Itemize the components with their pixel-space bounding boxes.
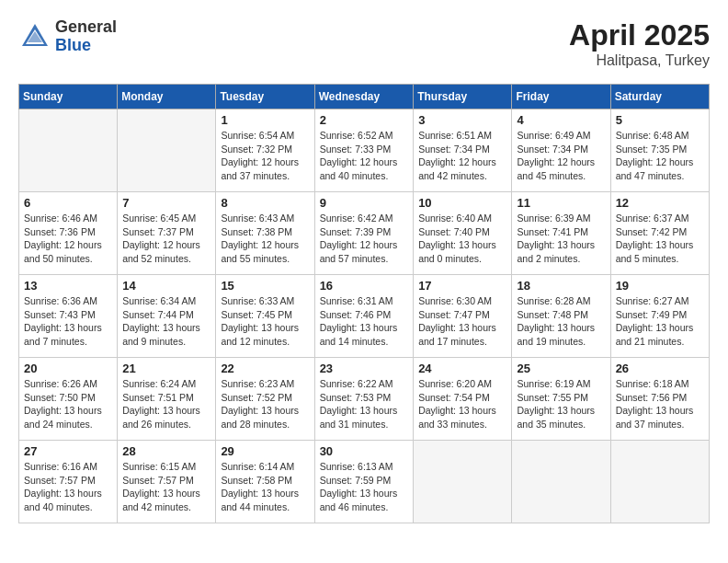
day-number: 7 — [122, 196, 210, 210]
weekday-sunday: Sunday — [19, 85, 118, 109]
logo-icon — [18, 20, 51, 53]
logo-blue-text: Blue — [55, 37, 117, 55]
day-info: Sunrise: 6:30 AM Sunset: 7:47 PM Dayligh… — [418, 294, 506, 349]
day-number: 26 — [616, 362, 704, 375]
day-number: 9 — [320, 196, 409, 210]
logo-general-text: General — [55, 18, 117, 37]
day-number: 23 — [320, 362, 409, 375]
day-cell: 2Sunrise: 6:52 AM Sunset: 7:33 PM Daylig… — [314, 109, 414, 192]
day-cell: 26Sunrise: 6:18 AM Sunset: 7:56 PM Dayli… — [610, 358, 709, 441]
day-number: 12 — [616, 196, 704, 210]
day-cell: 3Sunrise: 6:51 AM Sunset: 7:34 PM Daylig… — [414, 109, 512, 192]
day-number: 6 — [24, 196, 112, 210]
day-info: Sunrise: 6:36 AM Sunset: 7:43 PM Dayligh… — [24, 294, 112, 349]
day-number: 8 — [221, 196, 309, 210]
day-number: 4 — [517, 113, 605, 127]
day-number: 13 — [24, 279, 112, 293]
day-info: Sunrise: 6:37 AM Sunset: 7:42 PM Dayligh… — [616, 212, 704, 266]
month-year: April 2025 — [569, 18, 710, 52]
day-cell — [610, 441, 709, 523]
day-number: 30 — [320, 444, 409, 458]
day-number: 20 — [24, 362, 112, 375]
week-row-5: 27Sunrise: 6:16 AM Sunset: 7:57 PM Dayli… — [19, 441, 710, 523]
day-number: 5 — [616, 113, 704, 127]
day-cell: 5Sunrise: 6:48 AM Sunset: 7:35 PM Daylig… — [610, 109, 709, 192]
day-info: Sunrise: 6:45 AM Sunset: 7:37 PM Dayligh… — [122, 212, 210, 266]
day-cell: 17Sunrise: 6:30 AM Sunset: 7:47 PM Dayli… — [414, 275, 512, 358]
location: Halitpasa, Turkey — [569, 52, 710, 69]
day-cell: 29Sunrise: 6:14 AM Sunset: 7:58 PM Dayli… — [216, 441, 314, 523]
day-number: 29 — [221, 444, 309, 458]
day-info: Sunrise: 6:31 AM Sunset: 7:46 PM Dayligh… — [320, 294, 409, 349]
day-number: 24 — [418, 362, 506, 375]
day-cell: 18Sunrise: 6:28 AM Sunset: 7:48 PM Dayli… — [512, 275, 610, 358]
day-cell: 11Sunrise: 6:39 AM Sunset: 7:41 PM Dayli… — [512, 192, 610, 275]
day-cell: 15Sunrise: 6:33 AM Sunset: 7:45 PM Dayli… — [216, 275, 314, 358]
day-info: Sunrise: 6:27 AM Sunset: 7:49 PM Dayligh… — [616, 294, 704, 349]
day-cell: 9Sunrise: 6:42 AM Sunset: 7:39 PM Daylig… — [314, 192, 414, 275]
day-info: Sunrise: 6:22 AM Sunset: 7:53 PM Dayligh… — [320, 377, 409, 431]
day-info: Sunrise: 6:13 AM Sunset: 7:59 PM Dayligh… — [320, 460, 409, 514]
day-cell: 12Sunrise: 6:37 AM Sunset: 7:42 PM Dayli… — [610, 192, 709, 275]
day-number: 3 — [418, 113, 506, 127]
day-cell: 13Sunrise: 6:36 AM Sunset: 7:43 PM Dayli… — [19, 275, 118, 358]
day-cell: 22Sunrise: 6:23 AM Sunset: 7:52 PM Dayli… — [216, 358, 314, 441]
day-number: 22 — [221, 362, 309, 375]
day-info: Sunrise: 6:26 AM Sunset: 7:50 PM Dayligh… — [24, 377, 112, 431]
day-info: Sunrise: 6:16 AM Sunset: 7:57 PM Dayligh… — [24, 460, 112, 514]
week-row-4: 20Sunrise: 6:26 AM Sunset: 7:50 PM Dayli… — [19, 358, 710, 441]
day-cell: 20Sunrise: 6:26 AM Sunset: 7:50 PM Dayli… — [19, 358, 118, 441]
day-info: Sunrise: 6:23 AM Sunset: 7:52 PM Dayligh… — [221, 377, 309, 431]
day-info: Sunrise: 6:34 AM Sunset: 7:44 PM Dayligh… — [122, 294, 210, 349]
day-info: Sunrise: 6:18 AM Sunset: 7:56 PM Dayligh… — [616, 377, 704, 431]
day-info: Sunrise: 6:20 AM Sunset: 7:54 PM Dayligh… — [418, 377, 506, 431]
day-info: Sunrise: 6:39 AM Sunset: 7:41 PM Dayligh… — [517, 212, 605, 266]
weekday-friday: Friday — [512, 85, 610, 109]
day-number: 18 — [517, 279, 605, 293]
day-number: 19 — [616, 279, 704, 293]
weekday-wednesday: Wednesday — [314, 85, 414, 109]
day-cell: 1Sunrise: 6:54 AM Sunset: 7:32 PM Daylig… — [216, 109, 314, 192]
weekday-monday: Monday — [118, 85, 216, 109]
day-cell: 21Sunrise: 6:24 AM Sunset: 7:51 PM Dayli… — [118, 358, 216, 441]
day-cell: 10Sunrise: 6:40 AM Sunset: 7:40 PM Dayli… — [414, 192, 512, 275]
day-cell — [512, 441, 610, 523]
week-row-1: 1Sunrise: 6:54 AM Sunset: 7:32 PM Daylig… — [19, 109, 710, 192]
day-cell — [118, 109, 216, 192]
day-number: 25 — [517, 362, 605, 375]
day-cell: 7Sunrise: 6:45 AM Sunset: 7:37 PM Daylig… — [118, 192, 216, 275]
day-cell: 19Sunrise: 6:27 AM Sunset: 7:49 PM Dayli… — [610, 275, 709, 358]
week-row-3: 13Sunrise: 6:36 AM Sunset: 7:43 PM Dayli… — [19, 275, 710, 358]
day-cell: 8Sunrise: 6:43 AM Sunset: 7:38 PM Daylig… — [216, 192, 314, 275]
day-number: 17 — [418, 279, 506, 293]
day-cell: 6Sunrise: 6:46 AM Sunset: 7:36 PM Daylig… — [19, 192, 118, 275]
day-info: Sunrise: 6:48 AM Sunset: 7:35 PM Dayligh… — [616, 129, 704, 183]
logo: General Blue — [18, 18, 117, 55]
page-header: General Blue April 2025 Halitpasa, Turke… — [18, 18, 710, 69]
day-number: 11 — [517, 196, 605, 210]
day-cell: 16Sunrise: 6:31 AM Sunset: 7:46 PM Dayli… — [314, 275, 414, 358]
day-info: Sunrise: 6:52 AM Sunset: 7:33 PM Dayligh… — [320, 129, 409, 183]
day-number: 14 — [122, 279, 210, 293]
day-info: Sunrise: 6:33 AM Sunset: 7:45 PM Dayligh… — [221, 294, 309, 349]
day-info: Sunrise: 6:28 AM Sunset: 7:48 PM Dayligh… — [517, 294, 605, 349]
day-cell — [414, 441, 512, 523]
day-info: Sunrise: 6:42 AM Sunset: 7:39 PM Dayligh… — [320, 212, 409, 266]
day-number: 2 — [320, 113, 409, 127]
day-cell: 14Sunrise: 6:34 AM Sunset: 7:44 PM Dayli… — [118, 275, 216, 358]
day-info: Sunrise: 6:49 AM Sunset: 7:34 PM Dayligh… — [517, 129, 605, 183]
day-number: 28 — [122, 444, 210, 458]
day-cell: 27Sunrise: 6:16 AM Sunset: 7:57 PM Dayli… — [19, 441, 118, 523]
day-number: 16 — [320, 279, 409, 293]
weekday-thursday: Thursday — [414, 85, 512, 109]
week-row-2: 6Sunrise: 6:46 AM Sunset: 7:36 PM Daylig… — [19, 192, 710, 275]
logo-text: General Blue — [55, 18, 117, 55]
day-cell: 23Sunrise: 6:22 AM Sunset: 7:53 PM Dayli… — [314, 358, 414, 441]
weekday-tuesday: Tuesday — [216, 85, 314, 109]
day-cell — [19, 109, 118, 192]
day-info: Sunrise: 6:15 AM Sunset: 7:57 PM Dayligh… — [122, 460, 210, 514]
calendar-body: 1Sunrise: 6:54 AM Sunset: 7:32 PM Daylig… — [19, 109, 710, 523]
day-cell: 30Sunrise: 6:13 AM Sunset: 7:59 PM Dayli… — [314, 441, 414, 523]
weekday-saturday: Saturday — [610, 85, 709, 109]
day-info: Sunrise: 6:51 AM Sunset: 7:34 PM Dayligh… — [418, 129, 506, 183]
